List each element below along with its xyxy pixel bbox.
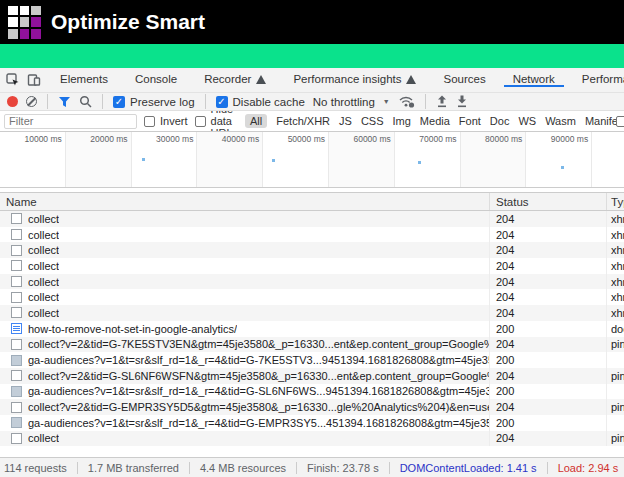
- network-request-row[interactable]: collect 204 xhr: [0, 227, 624, 243]
- divider: [296, 462, 297, 474]
- network-request-row[interactable]: collect 204 xhr: [0, 305, 624, 321]
- divider: [77, 462, 78, 474]
- request-type-icon: [11, 307, 22, 318]
- summary-item: Load: 2.94 s: [539, 462, 621, 474]
- request-type-chip[interactable]: Fetch/XHR: [276, 115, 330, 127]
- request-type-chip[interactable]: WS: [518, 115, 536, 127]
- request-type-icon: [11, 276, 22, 287]
- column-header-name[interactable]: Name: [0, 193, 490, 210]
- brand-title: Optimize Smart: [51, 10, 205, 34]
- request-type-icon: [11, 292, 22, 303]
- devtools-tabbar: Elements Console Recorder Performance in…: [0, 68, 624, 93]
- disable-cache-checkbox[interactable]: [216, 96, 228, 108]
- network-overview-timeline[interactable]: 10000 ms 20000 ms 30000 ms 40000 ms 5000…: [0, 132, 624, 188]
- devtools-tab[interactable]: Recorder: [195, 73, 275, 87]
- disable-cache-toggle[interactable]: Disable cache: [216, 96, 305, 108]
- devtools-tab[interactable]: Console: [126, 73, 186, 87]
- devtools-tab[interactable]: Performance insights: [284, 73, 425, 87]
- divider: [205, 94, 206, 109]
- request-type-icon: [11, 402, 22, 413]
- timeline-activity-dot: [418, 161, 421, 164]
- summary-item: 114 requests: [2, 462, 69, 474]
- timeline-tick: 60000 ms: [329, 132, 395, 187]
- preserve-log-checkbox[interactable]: [113, 96, 125, 108]
- network-request-row[interactable]: collect?v=2&tid=G-EMPR3SY5D5&gtm=45je358…: [0, 399, 624, 415]
- timeline-tick: 40000 ms: [197, 132, 263, 187]
- request-type-icon: [11, 260, 22, 271]
- device-toolbar-icon[interactable]: [27, 73, 41, 87]
- hide-data-urls-toggle[interactable]: Hide data URLs: [195, 111, 239, 132]
- divider: [389, 462, 390, 474]
- request-type-icon: [11, 370, 22, 381]
- blocked-cookies-checkbox[interactable]: [616, 116, 624, 127]
- column-header-status[interactable]: Status: [490, 193, 607, 210]
- devtools-tab[interactable]: Performance: [573, 73, 624, 87]
- network-request-row[interactable]: how-to-remove-not-set-in-google-analytic…: [0, 321, 624, 337]
- throttling-dropdown[interactable]: No throttling ▼: [313, 96, 390, 108]
- request-type-icon: [11, 386, 22, 397]
- network-request-row[interactable]: collect 204 xhr: [0, 211, 624, 227]
- summary-item: Finish: 23.78 s: [288, 462, 381, 474]
- filter-input[interactable]: [4, 114, 137, 129]
- column-header-type[interactable]: Type: [607, 193, 624, 210]
- divider: [189, 462, 190, 474]
- request-table-body: collect 204 xhr collect 204 xhr collect …: [0, 211, 624, 446]
- invert-checkbox[interactable]: [144, 116, 155, 127]
- request-type-chip[interactable]: Font: [459, 115, 481, 127]
- preview-warning-icon: [256, 75, 266, 84]
- timeline-activity-dot: [272, 159, 275, 162]
- optimize-smart-logo: [8, 6, 41, 39]
- network-filter-bar: Invert Hide data URLs All Fetch/XHR JS C…: [0, 111, 624, 132]
- request-type-chip[interactable]: JS: [339, 115, 352, 127]
- request-type-chip[interactable]: CSS: [361, 115, 384, 127]
- request-type-icon: [11, 323, 22, 334]
- inspect-cursor-icon[interactable]: [6, 73, 20, 87]
- summary-item: 4.4 MB resources: [181, 462, 288, 474]
- devtools-tab[interactable]: Network: [504, 73, 564, 87]
- hide-data-urls-checkbox[interactable]: [195, 116, 206, 127]
- import-har-icon[interactable]: [436, 95, 448, 108]
- network-request-row[interactable]: collect?v=2&tid=G-7KE5STV3EN&gtm=45je358…: [0, 337, 624, 353]
- request-type-icon: [11, 229, 22, 240]
- clear-icon[interactable]: [26, 96, 37, 107]
- timeline-activity-dot: [561, 166, 564, 169]
- brand-header: Optimize Smart: [0, 0, 624, 44]
- request-type-icon: [11, 433, 22, 444]
- network-request-row[interactable]: ga-audiences?v=1&t=sr&slf_rd=1&_r=4&tid=…: [0, 384, 624, 400]
- search-icon[interactable]: [79, 95, 92, 108]
- preserve-log-toggle[interactable]: Preserve log: [113, 96, 195, 108]
- network-request-row[interactable]: collect 204 xhr: [0, 242, 624, 258]
- timeline-tick: 20000 ms: [66, 132, 132, 187]
- request-type-chip[interactable]: Media: [420, 115, 450, 127]
- invert-toggle[interactable]: Invert: [144, 115, 188, 127]
- divider: [102, 94, 103, 109]
- request-type-icon: [11, 245, 22, 256]
- divider: [47, 94, 48, 109]
- summary-item: DOMContentLoaded: 1.41 s: [381, 462, 539, 474]
- devtools-tab[interactable]: Elements: [51, 73, 117, 87]
- network-conditions-icon[interactable]: [398, 95, 415, 108]
- preview-warning-icon: [406, 75, 416, 84]
- network-request-row[interactable]: ga-audiences?v=1&t=sr&slf_rd=1&_r=4&tid=…: [0, 415, 624, 431]
- network-request-row[interactable]: collect 204 xhr: [0, 258, 624, 274]
- request-type-icon: [11, 355, 22, 366]
- export-har-icon[interactable]: [456, 95, 468, 108]
- request-type-chip[interactable]: Wasm: [545, 115, 576, 127]
- request-type-chip[interactable]: Img: [393, 115, 411, 127]
- chevron-down-icon: ▼: [383, 98, 390, 105]
- devtools-tab[interactable]: Sources: [434, 73, 494, 87]
- summary-item: 1.7 MB transferred: [69, 462, 181, 474]
- network-summary-bar: 114 requests 1.7 MB transferred 4.4 MB r…: [0, 457, 624, 477]
- record-icon[interactable]: [7, 96, 18, 107]
- timeline-tick: 70000 ms: [395, 132, 461, 187]
- timeline-tick: 90000 ms: [526, 132, 592, 187]
- network-request-row[interactable]: collect?v=2&tid=G-SL6NF6WSFN&gtm=45je358…: [0, 368, 624, 384]
- network-request-row[interactable]: ga-audiences?v=1&t=sr&slf_rd=1&_r=4&tid=…: [0, 352, 624, 368]
- network-request-row[interactable]: collect 204 xhr: [0, 274, 624, 290]
- request-type-chip[interactable]: All: [245, 114, 267, 128]
- network-request-row[interactable]: collect 204 xhr: [0, 289, 624, 305]
- filter-funnel-icon[interactable]: [58, 96, 71, 108]
- request-type-chip[interactable]: Doc: [490, 115, 510, 127]
- green-accent-band: [0, 44, 624, 68]
- network-request-row[interactable]: collect 204 ping: [0, 431, 624, 447]
